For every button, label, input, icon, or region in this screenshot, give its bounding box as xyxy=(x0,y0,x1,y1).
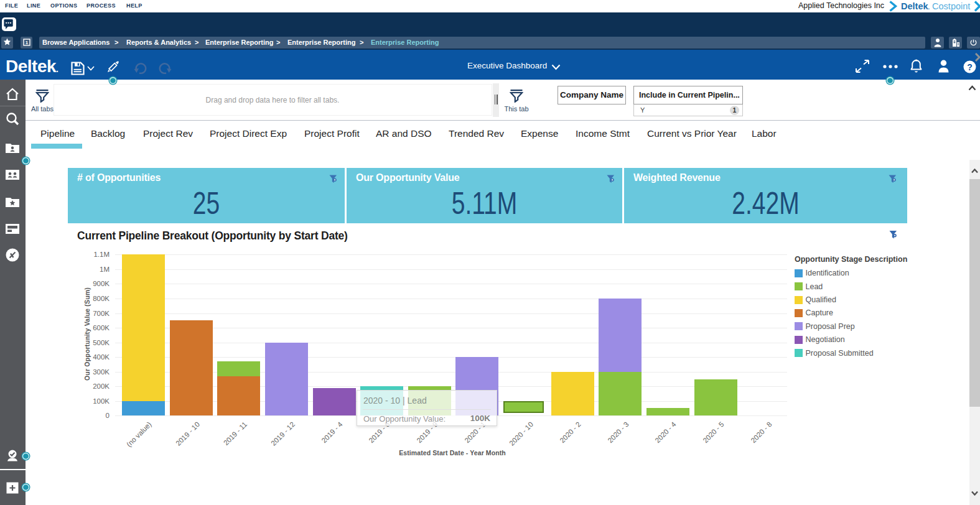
svg-text:1: 1 xyxy=(26,40,29,45)
svg-text:?: ? xyxy=(967,62,973,72)
